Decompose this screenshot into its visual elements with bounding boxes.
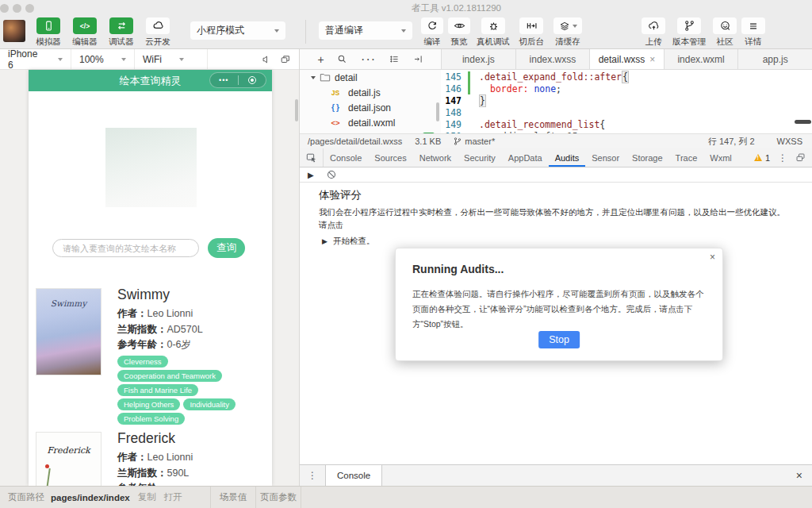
tab-app-js[interactable]: app.js bbox=[737, 49, 812, 69]
book-info[interactable]: Swimmy 作者：Leo Lionni 兰斯指数：AD570L 参考年龄：0-… bbox=[117, 287, 268, 353]
tab-network[interactable]: Network bbox=[413, 148, 458, 167]
editor-debugger-panel: + ··· index.js index.wxss detail.wxss× i… bbox=[300, 49, 812, 486]
inspect-icon[interactable] bbox=[300, 148, 324, 167]
refresh-icon bbox=[427, 21, 438, 32]
close-icon[interactable]: × bbox=[649, 54, 655, 65]
close-icon[interactable]: × bbox=[710, 252, 715, 263]
traffic-light-minimize[interactable] bbox=[13, 4, 21, 13]
hamburger-icon bbox=[748, 21, 759, 32]
block-icon[interactable] bbox=[327, 170, 336, 179]
simulator-button[interactable]: 模拟器 bbox=[30, 17, 67, 48]
file-detail-js[interactable]: JSdetail.js bbox=[300, 85, 441, 100]
warning-icon bbox=[754, 154, 762, 161]
compile-mode-select[interactable]: 普通编译 bbox=[319, 21, 412, 40]
avatar[interactable] bbox=[3, 20, 25, 42]
tab-sources[interactable]: Sources bbox=[368, 148, 412, 167]
kebab-menu-icon[interactable]: ⋮ bbox=[778, 152, 787, 164]
git-change-indicator bbox=[468, 71, 470, 94]
main-toolbar: 模拟器 </> 编辑器 调试器 云开发 小程序模式 普通编译 编译 预览 bbox=[0, 14, 812, 49]
debugger-button[interactable]: 调试器 bbox=[103, 17, 140, 48]
cursor-position[interactable]: 行 147, 列 2 bbox=[708, 136, 755, 148]
scrollbar[interactable] bbox=[795, 120, 811, 124]
console-drawer-tab[interactable]: Console bbox=[325, 465, 382, 486]
file-detail-wxml[interactable]: <>detail.wxml bbox=[300, 115, 441, 130]
git-branch[interactable]: master* bbox=[454, 137, 495, 146]
tag: Helping Others bbox=[117, 398, 180, 410]
dialog-body: 正在检查体验问题。请自行操作小程序，尽可能覆盖到所有页面，以及触发各个页面的各种… bbox=[412, 287, 708, 332]
community-button[interactable]: 社区 bbox=[710, 17, 739, 48]
zoom-select[interactable]: 100% bbox=[71, 49, 135, 69]
dock-icon[interactable] bbox=[795, 152, 806, 163]
mode-select[interactable]: 小程序模式 bbox=[190, 21, 285, 40]
query-button[interactable]: 查询 bbox=[208, 238, 245, 258]
book-cover[interactable]: Swimmy bbox=[36, 288, 102, 375]
device-select[interactable]: iPhone 6 bbox=[0, 49, 71, 69]
kebab-menu-icon[interactable]: ⋮ bbox=[300, 470, 325, 481]
tab-index-js[interactable]: index.js bbox=[441, 49, 515, 69]
copy-link[interactable]: 复制 bbox=[138, 491, 156, 503]
tab-detail-wxss[interactable]: detail.wxss× bbox=[589, 49, 664, 69]
details-button[interactable]: 详情 bbox=[739, 17, 768, 48]
scene-value-tab[interactable]: 场景值 bbox=[210, 487, 255, 508]
editor-button[interactable]: </> 编辑器 bbox=[67, 17, 103, 48]
scrollbar[interactable] bbox=[436, 102, 439, 121]
switch-background-button[interactable]: 切后台 bbox=[514, 17, 549, 48]
remote-debug-button[interactable]: 真机调试 bbox=[473, 17, 514, 48]
close-icon[interactable]: × bbox=[796, 469, 812, 482]
scrollbar[interactable] bbox=[295, 99, 298, 121]
compile-button[interactable]: 编译 bbox=[419, 17, 446, 48]
speaker-icon[interactable] bbox=[261, 54, 272, 65]
tag: Fish and Marine Life bbox=[117, 384, 198, 396]
tab-audits[interactable]: Audits bbox=[549, 148, 586, 167]
play-icon[interactable]: ▶ bbox=[308, 171, 314, 179]
tag: Individuality bbox=[183, 398, 236, 410]
preview-button[interactable]: 预览 bbox=[446, 17, 473, 48]
cloud-icon bbox=[152, 20, 164, 32]
clear-cache-button[interactable]: 清缓存 bbox=[549, 17, 587, 48]
folder-detail[interactable]: detail bbox=[300, 70, 441, 85]
tab-appdata[interactable]: AppData bbox=[502, 148, 549, 167]
cloud-dev-button[interactable]: 云开发 bbox=[140, 17, 176, 48]
book-info[interactable]: Frederick 作者：Leo Lionni 兰斯指数：590L 参考年龄： bbox=[117, 430, 268, 486]
add-file-icon[interactable]: + bbox=[317, 53, 324, 66]
tab-console[interactable]: Console bbox=[324, 148, 368, 167]
warning-badge[interactable]: 1 bbox=[754, 153, 770, 163]
file-detail-json[interactable]: { }detail.json bbox=[300, 100, 441, 115]
start-audit-link[interactable]: ▶开始检查。 bbox=[319, 236, 793, 247]
page-title: 绘本查询精灵 bbox=[120, 74, 182, 88]
search-input[interactable] bbox=[52, 239, 199, 257]
book-tags: Cleverness Cooperation and Teamwork Fish… bbox=[117, 356, 236, 425]
collapse-editor-icon[interactable] bbox=[413, 54, 423, 64]
book-cover[interactable]: Frederick bbox=[36, 432, 102, 486]
version-control-button[interactable]: 版本管理 bbox=[668, 17, 710, 48]
layers-icon bbox=[559, 21, 570, 32]
window-title: 者工具 v1.02.1811290 bbox=[412, 2, 501, 14]
tab-security[interactable]: Security bbox=[458, 148, 502, 167]
tab-index-wxss[interactable]: index.wxss bbox=[515, 49, 590, 69]
more-dots-icon[interactable]: ••• bbox=[210, 76, 238, 84]
window-titlebar: 者工具 v1.02.1811290 bbox=[0, 0, 812, 14]
traffic-light-zoom[interactable] bbox=[25, 4, 34, 13]
multi-window-icon[interactable] bbox=[280, 54, 291, 65]
traffic-light-close[interactable] bbox=[0, 4, 9, 13]
toolbar-divider bbox=[305, 20, 306, 44]
dialog-title: Running Audits... bbox=[412, 263, 504, 275]
capsule-menu[interactable]: ••• bbox=[209, 72, 266, 88]
language-mode[interactable]: WXSS bbox=[777, 137, 802, 146]
stop-button[interactable]: Stop bbox=[538, 331, 580, 348]
tab-trace[interactable]: Trace bbox=[669, 148, 704, 167]
code-editor[interactable]: 145.detail_expand_fold::after{ 146border… bbox=[441, 70, 812, 133]
tab-sensor[interactable]: Sensor bbox=[585, 148, 626, 167]
phone-screen: 绘本查询精灵 ••• 查询 Swimmy Swimmy 作者：Leo Lionn… bbox=[29, 70, 272, 486]
open-link[interactable]: 打开 bbox=[164, 491, 182, 503]
page-params-tab[interactable]: 页面参数 bbox=[255, 487, 301, 508]
tab-index-wxml[interactable]: index.wxml bbox=[664, 49, 738, 69]
outline-list-icon[interactable] bbox=[389, 54, 400, 64]
network-select[interactable]: WiFi bbox=[135, 49, 208, 69]
more-icon[interactable]: ··· bbox=[361, 52, 376, 67]
upload-button[interactable]: 上传 bbox=[639, 17, 668, 48]
tab-storage[interactable]: Storage bbox=[626, 148, 669, 167]
tab-wxml[interactable]: Wxml bbox=[703, 148, 738, 167]
close-target-icon[interactable] bbox=[248, 76, 256, 84]
search-icon[interactable] bbox=[337, 54, 347, 64]
